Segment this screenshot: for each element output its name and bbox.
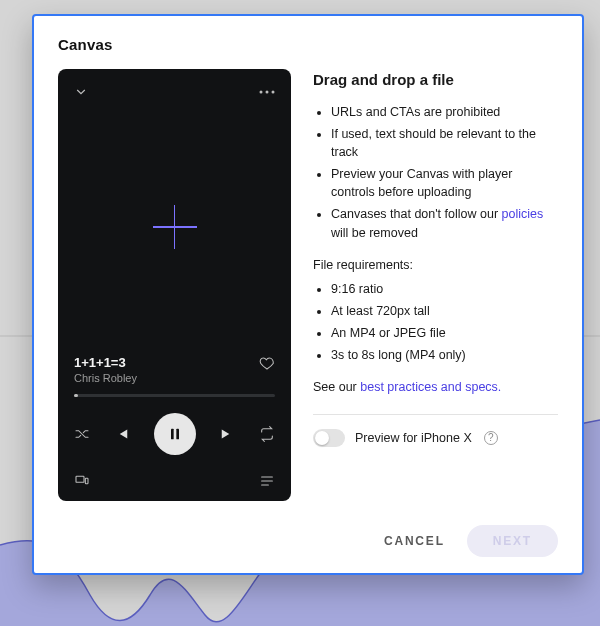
instructions-heading: Drag and drop a file [313,69,558,91]
track-artist: Chris Robley [74,372,137,384]
svg-rect-7 [76,476,84,482]
file-req-item: An MP4 or JPEG file [331,324,558,342]
previous-track-icon[interactable] [113,425,131,443]
repeat-icon[interactable] [259,426,275,442]
preview-iphone-x-label: Preview for iPhone X [355,429,472,447]
svg-point-2 [260,91,263,94]
queue-icon[interactable] [259,473,275,489]
heart-icon[interactable] [259,355,275,371]
canvas-upload-modal: Canvas 1+1+1 [32,14,584,575]
next-button[interactable]: NEXT [467,525,558,557]
svg-point-4 [272,91,275,94]
devices-icon[interactable] [74,473,90,489]
preview-iphone-x-toggle[interactable] [313,429,345,447]
see-specs-line: See our best practices and specs. [313,378,558,396]
rules-list: URLs and CTAs are prohibited If used, te… [313,103,558,242]
rule-item: Canvases that don't follow our policies … [331,205,558,241]
file-requirements-list: 9:16 ratio At least 720px tall An MP4 or… [313,280,558,365]
plus-icon [153,205,197,249]
file-req-item: 3s to 8s long (MP4 only) [331,346,558,364]
shuffle-icon[interactable] [74,426,90,442]
file-req-item: 9:16 ratio [331,280,558,298]
progress-bar[interactable] [74,394,275,397]
rule-item: If used, text should be relevant to the … [331,125,558,161]
svg-rect-5 [171,429,174,440]
best-practices-link[interactable]: best practices and specs. [360,380,501,394]
rule-item: URLs and CTAs are prohibited [331,103,558,121]
svg-rect-6 [176,429,179,440]
more-options-icon[interactable] [259,90,275,94]
cancel-button[interactable]: CANCEL [384,534,445,548]
policies-link[interactable]: policies [502,207,544,221]
rule-item: Preview your Canvas with player controls… [331,165,558,201]
canvas-dropzone[interactable] [74,101,275,353]
file-requirements-heading: File requirements: [313,256,558,274]
svg-point-3 [266,91,269,94]
svg-rect-8 [85,478,88,483]
chevron-down-icon[interactable] [74,85,88,99]
instructions-panel: Drag and drop a file URLs and CTAs are p… [313,69,558,501]
file-req-item: At least 720px tall [331,302,558,320]
divider [313,414,558,415]
next-track-icon[interactable] [218,425,236,443]
track-title: 1+1+1=3 [74,355,137,370]
modal-title: Canvas [58,36,558,53]
canvas-player-preview: 1+1+1=3 Chris Robley [58,69,291,501]
play-pause-button[interactable] [154,413,196,455]
help-icon[interactable]: ? [484,431,498,445]
